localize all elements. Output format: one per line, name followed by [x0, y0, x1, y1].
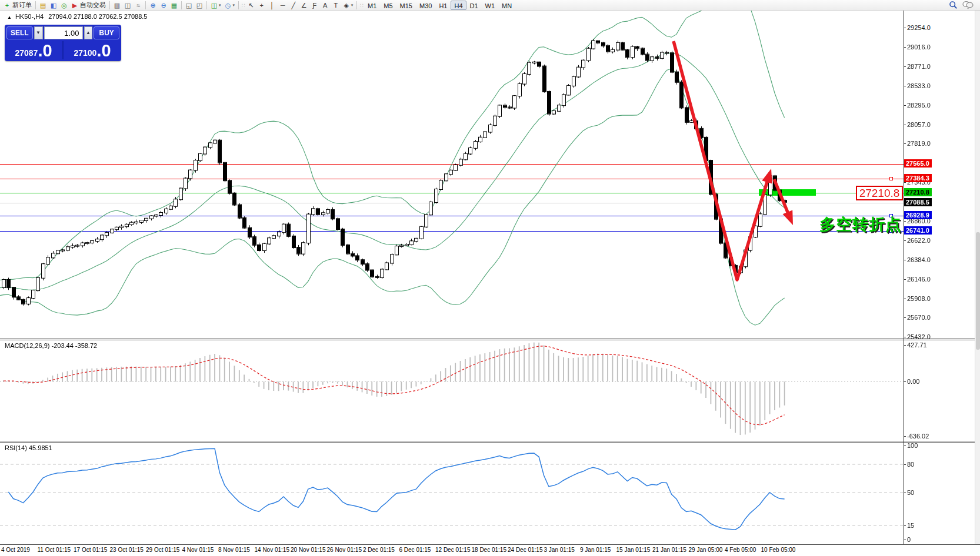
- shapes-button[interactable]: ◈▾: [341, 1, 355, 10]
- fibonacci-icon-glyph: Ƒ: [311, 1, 318, 10]
- toolbar-separator: [145, 1, 146, 9]
- axis-tick-mark: [904, 279, 906, 280]
- trendline-icon[interactable]: ╱: [288, 1, 299, 10]
- text-icon[interactable]: A: [320, 1, 331, 10]
- axis-tick-mark: [904, 240, 906, 241]
- zoom-out-icon[interactable]: ⊖: [158, 1, 169, 10]
- zoom-in-icon-glyph: ⊕: [149, 1, 156, 10]
- toolbar-grip[interactable]: ∷: [360, 2, 363, 8]
- price-axis-label: 28057.0: [907, 121, 931, 128]
- timeframe-mn[interactable]: MN: [498, 1, 515, 10]
- price-axis-label: 25670.0: [907, 314, 931, 321]
- fibonacci-icon[interactable]: Ƒ: [309, 1, 320, 10]
- text-label-icon[interactable]: T: [331, 1, 341, 10]
- timeframe-m15[interactable]: M15: [396, 1, 416, 10]
- axis-tick-mark: [904, 182, 906, 183]
- dropdown-arrow-icon: ▾: [233, 3, 235, 8]
- arrange-tile-icon[interactable]: ◰: [194, 1, 205, 10]
- auto-trading-button-glyph: ▶: [71, 1, 78, 10]
- rsi-axis-label: 15: [907, 522, 914, 529]
- macd-pane-canvas[interactable]: [0, 340, 904, 441]
- time-axis-label: 15 Jan 01:15: [616, 547, 651, 553]
- candlestick-chart-icon[interactable]: ◫: [122, 1, 133, 10]
- tile-windows-icon[interactable]: ▦: [169, 1, 179, 10]
- chat-icon[interactable]: [962, 1, 974, 9]
- arrange-auto-icon[interactable]: ◱: [184, 1, 194, 10]
- scrollbar-thumb[interactable]: [976, 232, 980, 350]
- axis-tick-mark: [904, 86, 906, 86]
- navigator-icon[interactable]: ◎: [59, 1, 69, 10]
- arrange-auto-icon-glyph: ◱: [185, 1, 192, 10]
- toolbar-separator: [181, 1, 182, 9]
- profiles-button[interactable]: ◷▾: [223, 1, 237, 10]
- rsi-axis-label: 50: [907, 489, 914, 496]
- timeframe-toolbar: ∷M1M5M15M30H1H4D1W1MN: [355, 1, 515, 10]
- axis-tick-mark: [904, 540, 906, 540]
- candlestick-chart-icon-glyph: ◫: [124, 1, 131, 10]
- axis-tick-mark: [904, 260, 906, 260]
- axis-tick-mark: [904, 493, 906, 493]
- time-axis-label: 29 Jan 05:00: [689, 547, 723, 553]
- vertical-scrollbar[interactable]: [975, 11, 980, 544]
- new-chart-button[interactable]: ◫▾: [209, 1, 223, 10]
- trendline-icon-glyph: ╱: [290, 1, 297, 10]
- search-icon[interactable]: [949, 1, 958, 9]
- rsi-pane-separator[interactable]: [0, 441, 980, 443]
- price-axis-tag: 27384.3: [904, 174, 932, 182]
- axis-tick-mark: [904, 66, 906, 67]
- price-axis-tag: 27565.0: [904, 159, 932, 168]
- tile-windows-icon-glyph: ▦: [171, 1, 178, 10]
- timeframe-w1[interactable]: W1: [482, 1, 499, 10]
- new-order-button[interactable]: +新订单: [2, 1, 34, 10]
- market-watch-icon[interactable]: ▤: [38, 1, 48, 10]
- toolbar-separator: [356, 1, 357, 9]
- equidistant-channel-icon[interactable]: ∠: [299, 1, 309, 10]
- timeframe-h1[interactable]: H1: [435, 1, 451, 10]
- toolbar-separator: [109, 1, 110, 9]
- axis-tick-mark: [904, 381, 906, 382]
- navigator-icon-glyph: ◎: [61, 1, 68, 10]
- dropdown-arrow-icon: ▾: [219, 3, 221, 8]
- time-axis-label: 17 Oct 01:15: [74, 547, 107, 553]
- shapes-button-glyph: ◈: [343, 1, 350, 10]
- toolbar-separator: [206, 1, 207, 9]
- time-axis-label: 23 Oct 01:15: [110, 547, 144, 553]
- auto-trading-button[interactable]: ▶自动交易: [69, 1, 108, 10]
- price-axis-tag: 27088.5: [904, 198, 932, 206]
- crosshair-icon[interactable]: +: [256, 1, 267, 10]
- axis-tick-mark: [904, 337, 906, 337]
- timeframe-d1[interactable]: D1: [466, 1, 482, 10]
- dropdown-arrow-icon: ▾: [351, 3, 354, 8]
- macd-axis-label: -636.02: [907, 433, 929, 440]
- time-axis-label: 6 Dec 01:15: [399, 547, 431, 553]
- axis-tick-mark: [904, 143, 906, 144]
- line-chart-icon[interactable]: ≈: [133, 1, 144, 10]
- axis-tick-mark: [904, 221, 906, 222]
- trading-platform-window: +新订单▤◧◎▶自动交易▥◫≈⊕⊖▦◱◰◫▾◷▾∷↖+│─╱∠ƑAT◈▾ ∷M1…: [0, 0, 980, 556]
- timeframe-h4[interactable]: H4: [451, 1, 466, 10]
- vertical-line-icon[interactable]: │: [267, 1, 278, 10]
- profiles-button-glyph: ◷: [225, 1, 232, 10]
- data-window-icon[interactable]: ◧: [48, 1, 59, 10]
- zoom-in-icon[interactable]: ⊕: [148, 1, 158, 10]
- time-axis-label: 20 Nov 01:15: [291, 547, 326, 553]
- timeframe-m30[interactable]: M30: [416, 1, 435, 10]
- toolbar-grip[interactable]: ∷: [242, 2, 245, 8]
- bar-chart-icon[interactable]: ▥: [112, 1, 122, 10]
- cursor-icon[interactable]: ↖: [246, 1, 256, 10]
- toolbar-separator: [35, 1, 36, 9]
- time-axis-label: 18 Dec 01:15: [472, 547, 507, 553]
- axis-tick-mark: [904, 525, 906, 526]
- macd-axis-label: 0.00: [907, 378, 919, 385]
- timeframe-m5[interactable]: M5: [380, 1, 396, 10]
- toolbar: +新订单▤◧◎▶自动交易▥◫≈⊕⊖▦◱◰◫▾◷▾∷↖+│─╱∠ƑAT◈▾ ∷M1…: [0, 0, 980, 11]
- text-icon-glyph: A: [322, 1, 329, 10]
- text-label-icon-glyph: T: [332, 1, 339, 10]
- price-axis-label: 29254.0: [907, 24, 931, 31]
- vertical-line-icon-glyph: │: [269, 1, 276, 10]
- timeframe-m1[interactable]: M1: [364, 1, 380, 10]
- price-axis-tag: 26741.0: [904, 226, 932, 235]
- time-axis-label: 21 Jan 01:15: [652, 547, 686, 553]
- rsi-pane-canvas[interactable]: [0, 443, 904, 544]
- horizontal-line-icon[interactable]: ─: [278, 1, 288, 10]
